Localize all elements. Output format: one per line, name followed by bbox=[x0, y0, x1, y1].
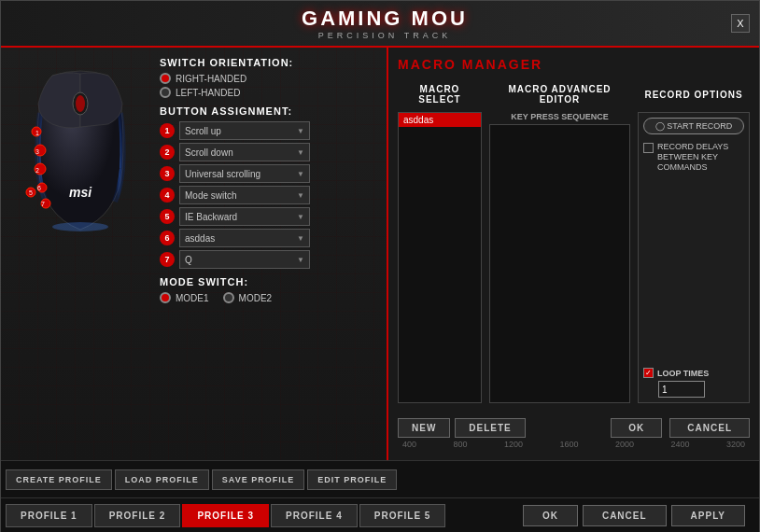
bottom-toolbar: CREATE PROFILE LOAD PROFILE SAVE PROFILE… bbox=[1, 460, 759, 497]
load-profile-button[interactable]: LOAD PROFILE bbox=[115, 469, 209, 490]
timeline: 400 800 1200 1600 2000 2400 3200 bbox=[398, 438, 750, 451]
delete-macro-button[interactable]: DELETE bbox=[455, 418, 525, 438]
apply-button[interactable]: APPLY bbox=[671, 505, 745, 526]
btn-7-dropdown[interactable]: Q ▼ bbox=[179, 250, 310, 269]
btn-num-3: 3 bbox=[160, 166, 175, 181]
mouse-image: 1 3 2 6 7 5 msi bbox=[10, 57, 150, 244]
right-handed-label: RIGHT-HANDED bbox=[176, 74, 246, 84]
button-assignment-title: BUTTON ASSIGNMENT: bbox=[160, 105, 377, 117]
btn-5-dropdown[interactable]: IE Backward ▼ bbox=[179, 207, 310, 226]
svg-point-15 bbox=[52, 222, 108, 231]
close-button[interactable]: X bbox=[731, 14, 750, 33]
mode1-radio[interactable] bbox=[160, 292, 171, 303]
svg-text:7: 7 bbox=[41, 201, 45, 207]
svg-point-1 bbox=[76, 95, 85, 112]
record-delays-checkbox[interactable] bbox=[643, 143, 654, 153]
svg-text:2: 2 bbox=[35, 167, 39, 174]
svg-text:1: 1 bbox=[35, 130, 39, 136]
btn-num-1: 1 bbox=[160, 123, 175, 138]
mode-switch-title: MODE SWITCH: bbox=[160, 276, 377, 287]
svg-text:msi: msi bbox=[69, 185, 92, 200]
macro-list[interactable]: asddas bbox=[398, 112, 482, 403]
app-title: GAMING MOU bbox=[302, 7, 468, 31]
btn-num-6: 6 bbox=[160, 231, 175, 245]
left-handed-label: LEFT-HANDED bbox=[176, 88, 240, 98]
macro-title: MACRO MANAGER bbox=[398, 57, 750, 72]
profile-tab-2[interactable]: PROFILE 2 bbox=[94, 504, 181, 527]
key-press-box bbox=[489, 124, 630, 403]
create-profile-button[interactable]: CREATE PROFILE bbox=[6, 469, 112, 490]
record-options-box: ◯ START RECORD RECORD DELAYS BETWEEN KEY… bbox=[638, 112, 750, 403]
btn-4-dropdown[interactable]: Mode switch ▼ bbox=[179, 186, 310, 204]
ok-button[interactable]: OK bbox=[523, 505, 578, 526]
svg-text:3: 3 bbox=[35, 148, 39, 155]
cancel-button[interactable]: CANCEL bbox=[583, 505, 667, 526]
svg-text:5: 5 bbox=[29, 189, 33, 196]
record-options-header: RECORD OPTIONS bbox=[638, 81, 750, 107]
btn-1-dropdown[interactable]: Scroll up ▼ bbox=[179, 121, 310, 140]
btn-6-dropdown[interactable]: asddas ▼ bbox=[179, 229, 310, 247]
profile-tab-4[interactable]: PROFILE 4 bbox=[271, 504, 358, 527]
edit-profile-button[interactable]: EDIT PROFILE bbox=[307, 469, 397, 490]
new-macro-button[interactable]: NEW bbox=[398, 418, 450, 438]
macro-ok-button[interactable]: OK bbox=[611, 418, 662, 438]
start-record-button[interactable]: ◯ START RECORD bbox=[643, 118, 744, 134]
record-delays-label: RECORD DELAYS BETWEEN KEY COMMANDS bbox=[657, 142, 744, 172]
loop-times-label: LOOP TIMES bbox=[657, 369, 709, 378]
loop-times-input[interactable]: 1 bbox=[658, 381, 705, 398]
btn-num-5: 5 bbox=[160, 209, 175, 224]
save-profile-button[interactable]: SAVE PROFILE bbox=[212, 469, 304, 490]
mode2-label: MODE2 bbox=[239, 293, 273, 303]
btn-num-7: 7 bbox=[160, 252, 175, 267]
profile-tab-5[interactable]: PROFILE 5 bbox=[359, 504, 446, 527]
mode1-label: MODE1 bbox=[176, 293, 209, 303]
btn-3-dropdown[interactable]: Universal scrolling ▼ bbox=[179, 164, 310, 183]
btn-2-dropdown[interactable]: Scroll down ▼ bbox=[179, 143, 310, 161]
macro-list-item[interactable]: asddas bbox=[399, 113, 481, 127]
svg-text:6: 6 bbox=[37, 185, 41, 191]
profile-tab-1[interactable]: PROFILE 1 bbox=[6, 504, 92, 527]
btn-num-2: 2 bbox=[160, 145, 175, 160]
loop-times-checkbox[interactable]: ✓ bbox=[643, 368, 654, 378]
macro-cancel-button[interactable]: CANCEL bbox=[669, 418, 750, 438]
mode2-radio[interactable] bbox=[223, 292, 234, 303]
macro-editor-header: MACRO ADVANCED EDITOR bbox=[489, 81, 630, 107]
profile-tab-3[interactable]: PROFILE 3 bbox=[182, 504, 269, 527]
switch-orientation-title: SWITCH ORIENTATION: bbox=[160, 57, 377, 68]
btn-num-4: 4 bbox=[160, 188, 175, 203]
right-handed-radio[interactable] bbox=[160, 73, 171, 84]
app-subtitle: PERCISION TRACK bbox=[318, 31, 451, 40]
left-handed-radio[interactable] bbox=[160, 87, 171, 98]
macro-select-header: MACRO SELECT bbox=[398, 81, 482, 107]
key-press-label: KEY PRESS SEQUENCE bbox=[489, 112, 630, 121]
